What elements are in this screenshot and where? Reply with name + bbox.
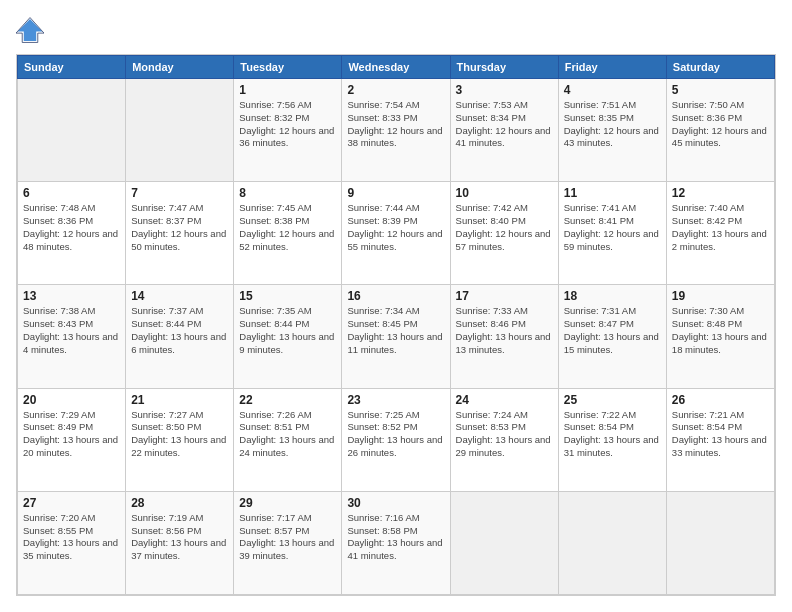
day-number: 28 <box>131 496 228 510</box>
day-number: 29 <box>239 496 336 510</box>
day-cell <box>18 79 126 182</box>
day-detail: Sunrise: 7:24 AMSunset: 8:53 PMDaylight:… <box>456 409 553 460</box>
day-detail: Sunrise: 7:44 AMSunset: 8:39 PMDaylight:… <box>347 202 444 253</box>
day-cell: 21Sunrise: 7:27 AMSunset: 8:50 PMDayligh… <box>126 388 234 491</box>
day-number: 10 <box>456 186 553 200</box>
day-cell: 14Sunrise: 7:37 AMSunset: 8:44 PMDayligh… <box>126 285 234 388</box>
weekday-header-thursday: Thursday <box>450 56 558 79</box>
day-cell <box>126 79 234 182</box>
day-number: 5 <box>672 83 769 97</box>
day-number: 27 <box>23 496 120 510</box>
week-row-4: 20Sunrise: 7:29 AMSunset: 8:49 PMDayligh… <box>18 388 775 491</box>
day-cell: 3Sunrise: 7:53 AMSunset: 8:34 PMDaylight… <box>450 79 558 182</box>
day-number: 18 <box>564 289 661 303</box>
day-detail: Sunrise: 7:17 AMSunset: 8:57 PMDaylight:… <box>239 512 336 563</box>
logo <box>16 16 48 44</box>
weekday-header-monday: Monday <box>126 56 234 79</box>
day-detail: Sunrise: 7:30 AMSunset: 8:48 PMDaylight:… <box>672 305 769 356</box>
day-detail: Sunrise: 7:16 AMSunset: 8:58 PMDaylight:… <box>347 512 444 563</box>
day-cell: 9Sunrise: 7:44 AMSunset: 8:39 PMDaylight… <box>342 182 450 285</box>
day-detail: Sunrise: 7:38 AMSunset: 8:43 PMDaylight:… <box>23 305 120 356</box>
week-row-1: 1Sunrise: 7:56 AMSunset: 8:32 PMDaylight… <box>18 79 775 182</box>
day-cell: 7Sunrise: 7:47 AMSunset: 8:37 PMDaylight… <box>126 182 234 285</box>
day-cell: 22Sunrise: 7:26 AMSunset: 8:51 PMDayligh… <box>234 388 342 491</box>
day-detail: Sunrise: 7:54 AMSunset: 8:33 PMDaylight:… <box>347 99 444 150</box>
day-cell <box>450 491 558 594</box>
day-detail: Sunrise: 7:25 AMSunset: 8:52 PMDaylight:… <box>347 409 444 460</box>
day-number: 14 <box>131 289 228 303</box>
calendar: SundayMondayTuesdayWednesdayThursdayFrid… <box>16 54 776 596</box>
day-number: 4 <box>564 83 661 97</box>
svg-marker-0 <box>18 19 43 41</box>
day-number: 24 <box>456 393 553 407</box>
day-cell: 20Sunrise: 7:29 AMSunset: 8:49 PMDayligh… <box>18 388 126 491</box>
day-number: 22 <box>239 393 336 407</box>
day-number: 15 <box>239 289 336 303</box>
day-cell: 28Sunrise: 7:19 AMSunset: 8:56 PMDayligh… <box>126 491 234 594</box>
day-detail: Sunrise: 7:47 AMSunset: 8:37 PMDaylight:… <box>131 202 228 253</box>
day-cell: 12Sunrise: 7:40 AMSunset: 8:42 PMDayligh… <box>666 182 774 285</box>
day-detail: Sunrise: 7:19 AMSunset: 8:56 PMDaylight:… <box>131 512 228 563</box>
week-row-5: 27Sunrise: 7:20 AMSunset: 8:55 PMDayligh… <box>18 491 775 594</box>
weekday-header-sunday: Sunday <box>18 56 126 79</box>
day-cell: 25Sunrise: 7:22 AMSunset: 8:54 PMDayligh… <box>558 388 666 491</box>
day-number: 26 <box>672 393 769 407</box>
weekday-header-tuesday: Tuesday <box>234 56 342 79</box>
day-number: 13 <box>23 289 120 303</box>
day-number: 6 <box>23 186 120 200</box>
day-detail: Sunrise: 7:45 AMSunset: 8:38 PMDaylight:… <box>239 202 336 253</box>
day-detail: Sunrise: 7:33 AMSunset: 8:46 PMDaylight:… <box>456 305 553 356</box>
weekday-header-saturday: Saturday <box>666 56 774 79</box>
day-cell: 27Sunrise: 7:20 AMSunset: 8:55 PMDayligh… <box>18 491 126 594</box>
day-detail: Sunrise: 7:31 AMSunset: 8:47 PMDaylight:… <box>564 305 661 356</box>
day-number: 2 <box>347 83 444 97</box>
day-cell: 1Sunrise: 7:56 AMSunset: 8:32 PMDaylight… <box>234 79 342 182</box>
day-cell: 13Sunrise: 7:38 AMSunset: 8:43 PMDayligh… <box>18 285 126 388</box>
day-detail: Sunrise: 7:21 AMSunset: 8:54 PMDaylight:… <box>672 409 769 460</box>
day-number: 9 <box>347 186 444 200</box>
day-cell: 4Sunrise: 7:51 AMSunset: 8:35 PMDaylight… <box>558 79 666 182</box>
day-cell: 24Sunrise: 7:24 AMSunset: 8:53 PMDayligh… <box>450 388 558 491</box>
day-cell: 6Sunrise: 7:48 AMSunset: 8:36 PMDaylight… <box>18 182 126 285</box>
day-cell: 18Sunrise: 7:31 AMSunset: 8:47 PMDayligh… <box>558 285 666 388</box>
day-cell: 17Sunrise: 7:33 AMSunset: 8:46 PMDayligh… <box>450 285 558 388</box>
day-detail: Sunrise: 7:51 AMSunset: 8:35 PMDaylight:… <box>564 99 661 150</box>
weekday-header-wednesday: Wednesday <box>342 56 450 79</box>
day-cell <box>558 491 666 594</box>
day-number: 21 <box>131 393 228 407</box>
day-number: 11 <box>564 186 661 200</box>
day-cell <box>666 491 774 594</box>
weekday-header-row: SundayMondayTuesdayWednesdayThursdayFrid… <box>18 56 775 79</box>
day-detail: Sunrise: 7:41 AMSunset: 8:41 PMDaylight:… <box>564 202 661 253</box>
day-cell: 29Sunrise: 7:17 AMSunset: 8:57 PMDayligh… <box>234 491 342 594</box>
header <box>16 16 776 44</box>
day-number: 17 <box>456 289 553 303</box>
day-number: 19 <box>672 289 769 303</box>
day-cell: 19Sunrise: 7:30 AMSunset: 8:48 PMDayligh… <box>666 285 774 388</box>
logo-icon <box>16 16 44 44</box>
day-cell: 5Sunrise: 7:50 AMSunset: 8:36 PMDaylight… <box>666 79 774 182</box>
day-detail: Sunrise: 7:37 AMSunset: 8:44 PMDaylight:… <box>131 305 228 356</box>
day-number: 20 <box>23 393 120 407</box>
day-cell: 16Sunrise: 7:34 AMSunset: 8:45 PMDayligh… <box>342 285 450 388</box>
day-number: 3 <box>456 83 553 97</box>
day-detail: Sunrise: 7:27 AMSunset: 8:50 PMDaylight:… <box>131 409 228 460</box>
day-number: 30 <box>347 496 444 510</box>
day-detail: Sunrise: 7:20 AMSunset: 8:55 PMDaylight:… <box>23 512 120 563</box>
day-cell: 15Sunrise: 7:35 AMSunset: 8:44 PMDayligh… <box>234 285 342 388</box>
day-number: 1 <box>239 83 336 97</box>
day-cell: 11Sunrise: 7:41 AMSunset: 8:41 PMDayligh… <box>558 182 666 285</box>
day-detail: Sunrise: 7:50 AMSunset: 8:36 PMDaylight:… <box>672 99 769 150</box>
week-row-3: 13Sunrise: 7:38 AMSunset: 8:43 PMDayligh… <box>18 285 775 388</box>
day-number: 8 <box>239 186 336 200</box>
week-row-2: 6Sunrise: 7:48 AMSunset: 8:36 PMDaylight… <box>18 182 775 285</box>
day-number: 7 <box>131 186 228 200</box>
day-cell: 8Sunrise: 7:45 AMSunset: 8:38 PMDaylight… <box>234 182 342 285</box>
page: SundayMondayTuesdayWednesdayThursdayFrid… <box>0 0 792 612</box>
day-detail: Sunrise: 7:26 AMSunset: 8:51 PMDaylight:… <box>239 409 336 460</box>
day-detail: Sunrise: 7:22 AMSunset: 8:54 PMDaylight:… <box>564 409 661 460</box>
day-number: 12 <box>672 186 769 200</box>
day-detail: Sunrise: 7:42 AMSunset: 8:40 PMDaylight:… <box>456 202 553 253</box>
day-detail: Sunrise: 7:48 AMSunset: 8:36 PMDaylight:… <box>23 202 120 253</box>
weekday-header-friday: Friday <box>558 56 666 79</box>
